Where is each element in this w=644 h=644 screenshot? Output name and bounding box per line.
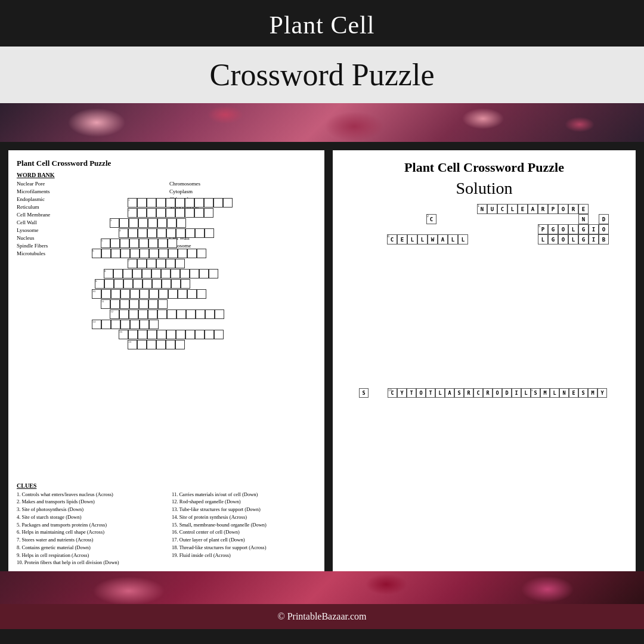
solution-grid: 1N U C L E A R P O R E N 2C 5P G O L G I…	[359, 204, 609, 388]
subtitle: Crossword Puzzle	[0, 57, 644, 92]
word-bank-label: WORD BANK	[17, 172, 316, 178]
right-panel: Plant Cell Crossword Puzzle Solution 1N …	[333, 150, 636, 571]
clues-list: 1. Controls what enters/leaves nucleus (…	[17, 491, 320, 567]
left-panel: Plant Cell Crossword Puzzle WORD BANK Nu…	[8, 150, 324, 571]
solution-label: Solution	[456, 179, 513, 198]
solution-grid-clean: .c { position:absolute; width:16px; heig…	[359, 388, 609, 562]
header-top: Plant Cell	[0, 0, 644, 47]
page-title: Plant Cell	[0, 11, 644, 39]
footer-copyright: © PrintableBazaar.com	[0, 604, 644, 629]
content-area: Plant Cell Crossword Puzzle WORD BANK Nu…	[0, 142, 644, 571]
left-panel-title: Plant Cell Crossword Puzzle	[17, 159, 316, 168]
right-panel-title: Plant Cell Crossword Puzzle	[404, 160, 564, 175]
footer-floral	[0, 571, 644, 604]
copyright-text: © PrintableBazaar.com	[278, 611, 367, 621]
floral-banner-top	[0, 103, 644, 142]
header-sub: Crossword Puzzle	[0, 47, 644, 103]
clues-label: CLUES	[17, 482, 320, 489]
clues-section: CLUES 1. Controls what enters/leaves nuc…	[17, 482, 320, 567]
